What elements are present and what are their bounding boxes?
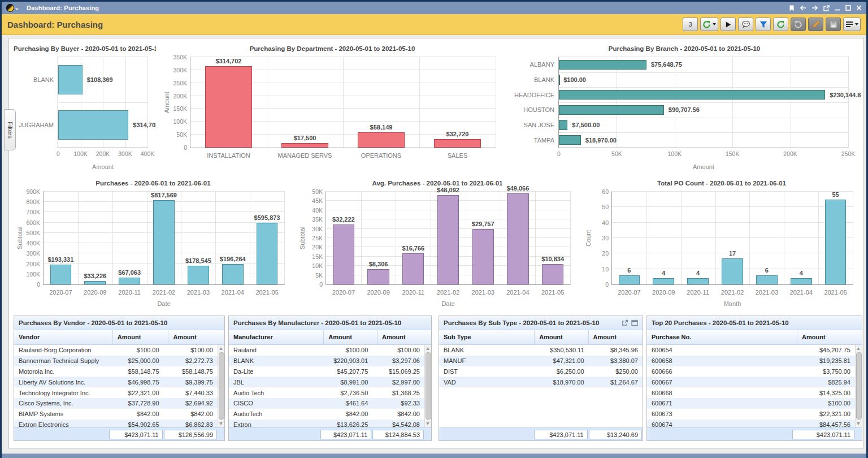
maximize-icon[interactable] bbox=[845, 5, 851, 11]
column-header-amount[interactable]: Amount bbox=[377, 330, 431, 344]
undo-button[interactable] bbox=[791, 18, 806, 31]
table-row[interactable]: 600658$19,235.81 bbox=[647, 356, 855, 366]
table-row[interactable]: DIST$6,250.00$250.00 bbox=[439, 366, 643, 377]
popout-icon[interactable] bbox=[622, 319, 628, 326]
table-row[interactable]: Liberty AV Solutions Inc.$46,998.75$9,39… bbox=[14, 377, 218, 387]
app-logo-icon[interactable] bbox=[6, 4, 14, 12]
bar-jugraham[interactable] bbox=[58, 110, 128, 139]
filters-tab[interactable]: Filters bbox=[4, 109, 16, 150]
bar-2020-07[interactable] bbox=[333, 224, 354, 284]
table-row[interactable]: Bannerman Technical Supply$25,000.00$2,2… bbox=[14, 356, 218, 366]
bar-houston[interactable] bbox=[559, 105, 664, 115]
table-row[interactable]: Rauland$100.00$100.00 bbox=[229, 345, 424, 356]
bar-managed-servs[interactable] bbox=[281, 143, 329, 148]
column-header-amount[interactable]: Amount bbox=[168, 330, 224, 344]
external-link-icon[interactable] bbox=[823, 5, 830, 11]
scroll-thumb[interactable] bbox=[856, 352, 862, 420]
scroll-down-arrow-icon[interactable] bbox=[219, 422, 223, 425]
arrow-left-icon[interactable] bbox=[800, 5, 806, 11]
table-row[interactable]: MANUF$47,321.00$3,380.07 bbox=[439, 356, 643, 366]
table-row[interactable]: AudioTech$842.00$842.00 bbox=[229, 409, 424, 420]
scroll-thumb[interactable] bbox=[426, 352, 431, 420]
scroll-down-arrow-icon[interactable] bbox=[857, 422, 860, 425]
bar-2020-11[interactable] bbox=[119, 278, 140, 284]
scroll-up-arrow-icon[interactable] bbox=[219, 347, 223, 350]
vertical-scrollbar[interactable] bbox=[218, 345, 224, 427]
table-row[interactable]: Extron Electronics$54,902.65$6,862.83 bbox=[14, 420, 218, 427]
vertical-scrollbar[interactable] bbox=[424, 345, 431, 427]
bar-2021-03[interactable] bbox=[188, 266, 209, 284]
table-row[interactable]: Da-Lite$45,207.75$15,069.25 bbox=[229, 366, 424, 377]
bar-2021-02[interactable] bbox=[437, 195, 459, 284]
table-row[interactable]: Technology Integrator Inc.$22,321.00$7,4… bbox=[14, 387, 218, 398]
menu-button[interactable] bbox=[843, 18, 861, 31]
bar-2020-11[interactable] bbox=[402, 253, 424, 284]
table-row[interactable]: Rauland-Borg Corporation$100.00$100.00 bbox=[14, 345, 218, 356]
scroll-up-arrow-icon[interactable] bbox=[426, 347, 429, 350]
table-row[interactable]: 600666$3,750.00 bbox=[647, 366, 855, 377]
table-row[interactable]: 600668$14,325.00 bbox=[647, 387, 855, 398]
refresh-button[interactable] bbox=[773, 18, 788, 31]
table-row[interactable]: Audio Tech$2,736.50$1,368.25 bbox=[229, 387, 424, 398]
bar-2021-03[interactable] bbox=[756, 275, 778, 284]
bar-2021-05[interactable] bbox=[542, 264, 563, 284]
scroll-up-arrow-icon[interactable] bbox=[857, 347, 860, 350]
table-row[interactable]: Cisco Systems, Inc.$37,728.90$2,694.92 bbox=[14, 398, 218, 409]
save-button[interactable] bbox=[826, 18, 841, 31]
vertical-scrollbar[interactable] bbox=[855, 345, 862, 427]
table-row[interactable]: JBL$8,991.00$2,997.00 bbox=[229, 377, 424, 387]
table-row[interactable]: BLANK$350,530.11$8,345.96 bbox=[439, 345, 643, 356]
bar-headoffice[interactable] bbox=[559, 90, 825, 100]
edit-button[interactable] bbox=[808, 18, 823, 31]
comments-button[interactable] bbox=[738, 18, 753, 31]
table-row[interactable]: 600673$22,321.00 bbox=[647, 409, 855, 420]
close-icon[interactable] bbox=[856, 5, 862, 11]
table-row[interactable]: CISCO$461.64$92.33 bbox=[229, 398, 424, 409]
bar-2020-07[interactable] bbox=[619, 275, 640, 284]
table-row[interactable]: 600654$45,207.75 bbox=[647, 345, 855, 356]
arrow-right-icon[interactable] bbox=[811, 5, 818, 11]
bar-albany[interactable] bbox=[559, 60, 646, 70]
table-row[interactable]: 600671$100.00 bbox=[647, 398, 855, 409]
table-row[interactable]: 600667$825.94 bbox=[647, 377, 855, 387]
bar-sales[interactable] bbox=[434, 139, 481, 148]
column-header-amount[interactable]: Amount bbox=[589, 330, 643, 344]
run-button[interactable] bbox=[721, 18, 736, 31]
column-header-purchase-no-[interactable]: Purchase No. bbox=[647, 330, 797, 344]
bar-tampa[interactable] bbox=[559, 135, 581, 145]
auto-refresh-button[interactable] bbox=[700, 18, 718, 31]
bar-2020-09[interactable] bbox=[653, 278, 674, 284]
bar-2021-02[interactable] bbox=[153, 200, 175, 284]
table-row[interactable]: 600674$84,457.56 bbox=[647, 420, 855, 427]
bar-2020-11[interactable] bbox=[687, 278, 709, 284]
table-row[interactable]: Extron$13,626.25$4,542.08 bbox=[229, 420, 424, 427]
table-row[interactable]: BIAMP Systems$842.00$842.00 bbox=[14, 409, 218, 420]
bar-operations[interactable] bbox=[358, 132, 405, 148]
column-header-sub-type[interactable]: Sub Type bbox=[439, 330, 535, 344]
bar-2021-04[interactable] bbox=[507, 193, 528, 284]
bar-2021-04[interactable] bbox=[222, 264, 244, 284]
bar-2021-02[interactable] bbox=[722, 258, 743, 284]
bar-blank[interactable] bbox=[58, 65, 83, 94]
bar-2021-03[interactable] bbox=[472, 229, 494, 284]
refresh-count-button[interactable]: 3 bbox=[683, 18, 698, 31]
bar-blank[interactable] bbox=[559, 75, 560, 84]
column-header-amount[interactable]: Amount bbox=[113, 330, 169, 344]
table-row[interactable]: VAD$18,970.00$1,264.67 bbox=[439, 377, 643, 387]
table-row[interactable]: BLANK$220,903.01$3,297.06 bbox=[229, 356, 424, 366]
column-header-manufacturer[interactable]: Manufacturer bbox=[229, 330, 324, 344]
bar-san-jose[interactable] bbox=[559, 120, 567, 129]
scroll-thumb[interactable] bbox=[219, 352, 224, 420]
bar-2020-09[interactable] bbox=[367, 269, 389, 284]
minimize-icon[interactable] bbox=[835, 5, 840, 11]
column-header-vendor[interactable]: Vendor bbox=[14, 330, 113, 344]
bar-2020-09[interactable] bbox=[84, 281, 106, 284]
column-header-amount[interactable]: Amount bbox=[797, 330, 862, 344]
filter-button[interactable] bbox=[756, 18, 771, 31]
bar-installation[interactable] bbox=[205, 66, 253, 148]
table-row[interactable]: Motorola Inc.$58,148.75$58,148.75 bbox=[14, 366, 218, 377]
window-restore-icon[interactable] bbox=[631, 319, 638, 326]
bar-2021-05[interactable] bbox=[257, 223, 278, 284]
logo-caret-icon[interactable] bbox=[15, 8, 19, 10]
bookmark-icon[interactable] bbox=[789, 5, 795, 11]
